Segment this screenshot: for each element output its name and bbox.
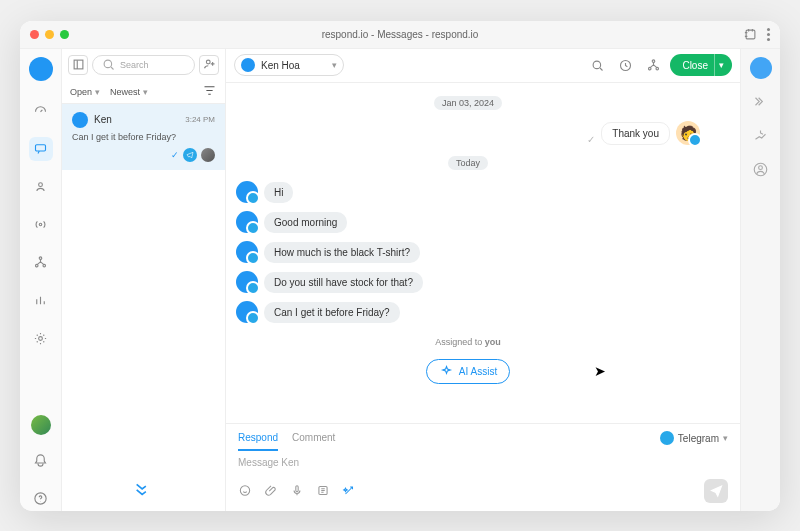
svg-rect-0	[746, 30, 755, 39]
contact-dropdown[interactable]: Ken Hoa ▾	[234, 54, 344, 76]
send-button[interactable]	[704, 479, 728, 503]
delivered-check-icon: ✓	[587, 134, 595, 145]
nav-user-avatar[interactable]	[31, 415, 51, 435]
svg-point-6	[43, 264, 46, 267]
emoji-button[interactable]	[238, 484, 252, 498]
app-body: Search Open▾ Newest▾ Ken 3:24 PM Can I g…	[20, 49, 780, 511]
close-window-button[interactable]	[30, 30, 39, 39]
voice-button[interactable]	[290, 484, 304, 498]
rail-activity-button[interactable]	[750, 125, 772, 147]
filter-status-dropdown[interactable]: Open▾	[70, 87, 100, 97]
message-bubble: Thank you	[601, 122, 670, 145]
nav-reports[interactable]	[29, 289, 53, 313]
main-nav	[20, 49, 62, 511]
message-incoming: Can I get it before Friday?	[236, 301, 700, 323]
chat-search-button[interactable]	[586, 54, 608, 76]
minimize-window-button[interactable]	[45, 30, 54, 39]
new-conversation-button[interactable]	[199, 55, 219, 75]
rail-contact-button[interactable]	[750, 159, 772, 181]
conversation-name: Ken	[94, 114, 179, 125]
date-separator: Today	[448, 156, 488, 170]
contact-avatar	[236, 181, 258, 203]
message-incoming: Hi	[236, 181, 700, 203]
message-incoming: Good morning	[236, 211, 700, 233]
message-outgoing: ✓ Thank you 🧑	[236, 121, 700, 145]
message-bubble: Do you still have stock for that?	[264, 272, 423, 293]
assignee-avatar	[201, 148, 215, 162]
channel-telegram-icon	[183, 148, 197, 162]
tab-respond[interactable]: Respond	[238, 426, 278, 451]
message-bubble: Good morning	[264, 212, 347, 233]
tab-comment[interactable]: Comment	[292, 426, 335, 451]
conversation-item[interactable]: Ken 3:24 PM Can I get it before Friday? …	[62, 103, 225, 170]
conversation-list-panel: Search Open▾ Newest▾ Ken 3:24 PM Can I g…	[62, 49, 226, 511]
sparkle-icon	[439, 364, 454, 379]
nav-contacts[interactable]	[29, 175, 53, 199]
svg-rect-1	[36, 145, 46, 151]
svg-rect-9	[74, 60, 83, 69]
nav-help[interactable]	[29, 487, 53, 511]
panel-toggle-button[interactable]	[68, 55, 88, 75]
filter-icon[interactable]	[202, 83, 217, 100]
agent-avatar: 🧑	[676, 121, 700, 145]
svg-point-16	[656, 67, 659, 70]
telegram-icon	[660, 431, 674, 445]
ai-compose-button[interactable]	[342, 484, 356, 498]
message-bubble: Can I get it before Friday?	[264, 302, 400, 323]
nav-broadcast[interactable]	[29, 213, 53, 237]
channel-selector[interactable]: Telegram ▾	[660, 431, 728, 445]
message-incoming: Do you still have stock for that?	[236, 271, 700, 293]
svg-point-12	[593, 61, 601, 69]
nav-notifications[interactable]	[29, 449, 53, 473]
svg-point-5	[36, 264, 39, 267]
nav-workflows[interactable]	[29, 251, 53, 275]
attachment-button[interactable]	[264, 484, 278, 498]
assigned-notice: Assigned to you	[236, 337, 700, 347]
search-input[interactable]: Search	[92, 55, 195, 75]
message-input[interactable]: Message Ken	[238, 457, 728, 473]
svg-point-10	[104, 60, 112, 68]
org-logo[interactable]	[29, 57, 53, 81]
extension-icon[interactable]	[743, 27, 757, 41]
ai-assist-button[interactable]: AI Assist	[426, 359, 510, 384]
contact-name: Ken Hoa	[261, 60, 326, 71]
brand-logo	[62, 465, 225, 511]
nav-messages[interactable]	[29, 137, 53, 161]
browser-menu-icon[interactable]	[767, 28, 770, 41]
svg-point-7	[39, 337, 43, 341]
snippets-button[interactable]	[316, 484, 330, 498]
svg-point-3	[39, 223, 42, 226]
maximize-window-button[interactable]	[60, 30, 69, 39]
chevron-down-icon: ▾	[723, 433, 728, 443]
svg-point-4	[39, 257, 42, 260]
contact-avatar	[241, 58, 255, 72]
message-bubble: Hi	[264, 182, 293, 203]
nav-settings[interactable]	[29, 327, 53, 351]
conversation-time: 3:24 PM	[185, 115, 215, 124]
read-check-icon: ✓	[171, 150, 179, 160]
window-titlebar: respond.io - Messages - respond.io	[20, 21, 780, 49]
chat-panel: Ken Hoa ▾ Close ▾ Jan 03, 2024 ✓ Thank y…	[226, 49, 740, 511]
conversation-avatar	[72, 112, 88, 128]
contact-details-avatar[interactable]	[750, 57, 772, 79]
svg-point-20	[759, 166, 763, 170]
contact-avatar	[236, 301, 258, 323]
close-conversation-button[interactable]: Close ▾	[670, 54, 732, 76]
close-dropdown-button[interactable]: ▾	[714, 54, 728, 76]
chevron-down-icon: ▾	[719, 60, 724, 70]
assign-button[interactable]	[642, 54, 664, 76]
nav-dashboard[interactable]	[29, 99, 53, 123]
chevron-down-icon: ▾	[143, 87, 148, 97]
window-title: respond.io - Messages - respond.io	[322, 29, 479, 40]
svg-point-15	[648, 67, 651, 70]
composer: Respond Comment Telegram ▾ Message Ken	[226, 423, 740, 511]
snooze-button[interactable]	[614, 54, 636, 76]
date-separator: Jan 03, 2024	[434, 96, 502, 110]
svg-point-11	[206, 60, 210, 64]
search-icon	[101, 57, 116, 72]
window-controls	[30, 30, 69, 39]
right-rail	[740, 49, 780, 511]
filter-sort-dropdown[interactable]: Newest▾	[110, 87, 148, 97]
rail-expand-button[interactable]	[750, 91, 772, 113]
chevron-down-icon: ▾	[95, 87, 100, 97]
